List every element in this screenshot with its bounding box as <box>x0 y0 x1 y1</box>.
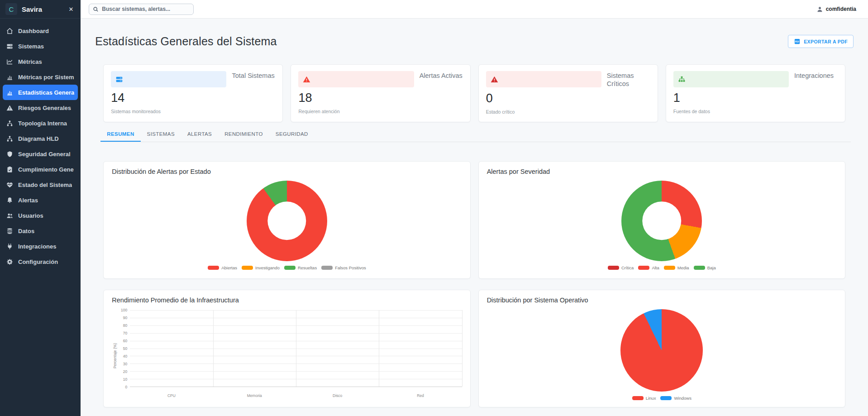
bar-chart: Porcentaje (%)0102030405060708090100 <box>112 310 462 397</box>
chart-title: Distribución de Alertas por Estado <box>112 168 462 175</box>
tab-rendimiento[interactable]: RENDIMIENTO <box>218 127 269 142</box>
page-header: Estadísticas Generales del Sistema PDF E… <box>95 35 854 48</box>
x-axis-labels: CPUMemoriaDiscoRed <box>130 393 462 398</box>
legend-swatch <box>694 266 705 270</box>
sidebar-item-estado-del-sistema[interactable]: Estado del Sistema <box>0 177 81 192</box>
stat-label: Total Sistemas <box>232 71 275 80</box>
plug-icon <box>6 243 13 250</box>
chart-card-alertas-por-severidad: Alertas por SeveridadCríticaAltaMediaBaj… <box>478 161 845 279</box>
stat-value: 0 <box>486 92 650 105</box>
line-chart-icon <box>6 58 13 65</box>
sidebar-item-topologia-interna[interactable]: Topología Interna <box>0 115 81 131</box>
bar-chart-area: Porcentaje (%)0102030405060708090100CPUM… <box>112 310 462 397</box>
sidebar-item-label: Métricas por Sistem <box>18 74 74 81</box>
integration-icon <box>678 76 686 83</box>
user-menu[interactable]: comfidentia <box>816 6 856 13</box>
chart-area: AbiertasInvestigandoResueltasFalsos Posi… <box>112 175 462 270</box>
close-icon[interactable]: ✕ <box>67 5 75 14</box>
legend-label: Investigando <box>255 265 280 270</box>
top-bar: comfidentia <box>81 0 868 19</box>
y-axis-label: Porcentaje (%) <box>112 310 118 397</box>
y-tick-label: 50 <box>123 346 127 351</box>
sidebar-item-datos[interactable]: Datos <box>0 223 81 239</box>
sidebar-item-configuracion[interactable]: Configuración <box>0 254 81 269</box>
sidebar-item-label: Datos <box>18 228 34 234</box>
legend-swatch <box>664 266 675 270</box>
legend-item-alta: Alta <box>638 265 659 270</box>
sidebar-item-label: Cumplimiento Gene <box>18 166 74 173</box>
tab-sistemas[interactable]: SISTEMAS <box>141 127 181 142</box>
sidebar-item-label: Estado del Sistema <box>18 182 72 188</box>
x-tick-label: CPU <box>130 393 213 398</box>
legend-item-media: Media <box>664 265 689 270</box>
stat-card-top: Sistemas Críticos <box>486 71 650 88</box>
stat-card-integraciones: Integraciones1Fuentes de datos <box>666 64 845 122</box>
tab-seguridad[interactable]: SEGURIDAD <box>269 127 315 142</box>
tab-alertas[interactable]: ALERTAS <box>181 127 218 142</box>
legend-item-windows: Windows <box>660 396 692 401</box>
chart-legend: LinuxWindows <box>632 396 692 401</box>
legend-label: Resueltas <box>298 265 317 270</box>
stat-label: Sistemas Críticos <box>607 71 650 88</box>
search-icon <box>93 6 99 12</box>
stat-label: Alertas Activas <box>420 71 463 80</box>
bar-chart-icon <box>6 74 13 81</box>
sidebar-item-seguridad-general[interactable]: Seguridad General <box>0 146 81 162</box>
x-tick-label: Red <box>379 393 462 398</box>
stat-card-top: Integraciones <box>673 71 838 87</box>
tab-resumen[interactable]: RESUMEN <box>100 127 140 142</box>
legend-label: Crítica <box>621 265 634 270</box>
shield-icon <box>6 151 13 158</box>
chart-legend: AbiertasInvestigandoResueltasFalsos Posi… <box>208 265 366 270</box>
stat-card-total-sistemas: Total Sistemas14Sistemas monitoreados <box>103 64 283 122</box>
stat-caption: Sistemas monitoreados <box>111 109 275 114</box>
stat-banner <box>673 71 789 87</box>
sidebar-item-alertas[interactable]: Alertas <box>0 192 81 208</box>
legend-swatch <box>660 396 672 400</box>
legend-swatch <box>608 266 619 270</box>
stat-label: Integraciones <box>794 71 838 80</box>
chart-legend: CríticaAltaMediaBaja <box>608 265 716 270</box>
x-tick-label: Disco <box>296 393 379 398</box>
export-pdf-label: EXPORTAR A PDF <box>804 39 848 44</box>
page-title: Estadísticas Generales del Sistema <box>95 35 277 48</box>
y-tick-label: 20 <box>123 369 127 374</box>
search-input[interactable] <box>89 4 194 15</box>
legend-swatch <box>208 266 219 270</box>
sidebar-item-label: Sistemas <box>18 43 44 50</box>
sidebar-item-metricas-por-sistem[interactable]: Métricas por Sistem <box>0 69 81 85</box>
logo-letter: C <box>9 5 14 13</box>
y-axis: 0102030405060708090100 <box>118 310 130 387</box>
sidebar-item-dashboard[interactable]: Dashboard <box>0 23 81 38</box>
search-wrap <box>89 4 194 15</box>
server-icon <box>115 76 123 83</box>
gear-icon <box>6 258 13 265</box>
sidebar-item-sistemas[interactable]: Sistemas <box>0 38 81 54</box>
sidebar-item-integraciones[interactable]: Integraciones <box>0 239 81 254</box>
pdf-icon: PDF <box>794 38 801 45</box>
sidebar-item-riesgos-generales[interactable]: Riesgos Generales <box>0 100 81 115</box>
legend-item-abiertas: Abiertas <box>208 265 237 270</box>
sidebar-item-estadisticas-genera[interactable]: Estadísticas Genera <box>3 85 78 100</box>
home-icon <box>6 28 13 34</box>
legend-label: Windows <box>674 396 692 401</box>
sidebar: C Savira ✕ DashboardSistemasMétricasMétr… <box>0 0 81 416</box>
diagram-icon <box>6 135 13 142</box>
legend-item-baja: Baja <box>694 265 716 270</box>
y-tick-label: 40 <box>123 354 127 359</box>
export-pdf-button[interactable]: PDF EXPORTAR A PDF <box>788 35 854 48</box>
sidebar-item-label: Estadísticas Genera <box>18 89 74 96</box>
chart-card-rendimiento-promedio-de-la-infraestructura: Rendimiento Promedio de la Infraestructu… <box>103 290 470 407</box>
sidebar-item-metricas[interactable]: Métricas <box>0 54 81 69</box>
legend-label: Alta <box>652 265 659 270</box>
warning-triangle-icon <box>303 76 310 83</box>
sidebar-item-usuarios[interactable]: Usuarios <box>0 208 81 223</box>
stat-value: 18 <box>298 92 463 104</box>
user-name: comfidentia <box>826 6 856 12</box>
sidebar-item-cumplimiento-gene[interactable]: Cumplimiento Gene <box>0 162 81 177</box>
legend-item-linux: Linux <box>632 396 656 401</box>
stat-card-alertas-activas: Alertas Activas18Requieren atención <box>291 64 470 122</box>
app-title: Savira <box>22 5 62 13</box>
stat-banner <box>111 71 226 87</box>
sidebar-item-diagrama-hld[interactable]: Diagrama HLD <box>0 131 81 146</box>
